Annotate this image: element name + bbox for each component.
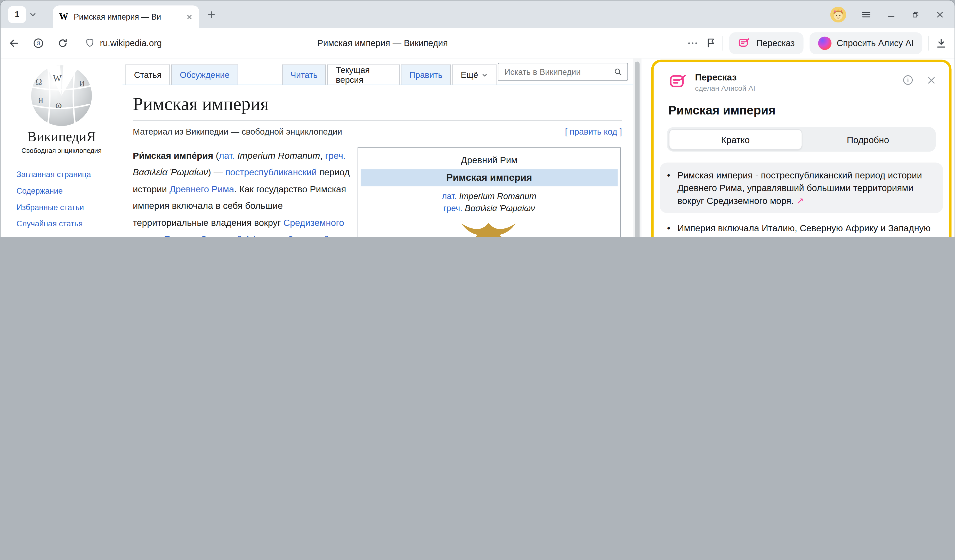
yandex-icon[interactable]: Я xyxy=(32,37,44,49)
retell-icon xyxy=(738,37,751,50)
svg-text:Ω: Ω xyxy=(36,77,42,86)
browser-window: 1 W Римская империя — Ви xyxy=(0,0,955,237)
summary-bullet: •Римская империя - постреспубликанский п… xyxy=(660,162,943,213)
more-icon[interactable] xyxy=(687,37,699,49)
infobox-header[interactable]: Древний Рим xyxy=(361,151,618,169)
article-link[interactable]: греч. xyxy=(325,150,346,161)
retell-button-label: Пересказ xyxy=(756,38,795,48)
sidebar-link[interactable]: Заглавная страница xyxy=(17,170,106,180)
page-title: Римская империя — Википедия xyxy=(276,38,489,48)
info-icon[interactable] xyxy=(902,74,914,86)
svg-text:И: И xyxy=(79,79,85,88)
svg-text:W: W xyxy=(53,73,62,84)
article-text xyxy=(235,150,237,161)
tab-title: Римская империя — Ви xyxy=(74,12,186,21)
page-content: Ω W И ω Я ВикипедиЯ Свободная энциклопед… xyxy=(0,59,955,237)
bookmark-icon[interactable] xyxy=(705,37,717,49)
lead-paragraph: Ри́мская импе́рия (лат. Imperium Romanum… xyxy=(133,147,351,237)
tab-detailed[interactable]: Подробно xyxy=(802,129,934,150)
bullet-marker: • xyxy=(667,168,678,207)
wikipedia-sidebar: Ω W И ω Я ВикипедиЯ Свободная энциклопед… xyxy=(0,59,122,237)
tab-brief[interactable]: Кратко xyxy=(669,129,802,150)
ask-alice-button[interactable]: Спросить Алису AI xyxy=(809,32,922,54)
retell-button[interactable]: Пересказ xyxy=(730,32,803,54)
infobox-title: Римская империя xyxy=(361,169,618,186)
bullet-text: Римская империя - постреспубликанский пе… xyxy=(678,168,936,207)
url-text[interactable]: ru.wikipedia.org xyxy=(100,38,162,48)
retell-panel-icon xyxy=(668,72,688,92)
toolbar-separator xyxy=(928,36,929,50)
back-icon[interactable] xyxy=(8,37,20,49)
article-link[interactable]: Европе xyxy=(164,234,195,237)
sidebar-main-links: Заглавная страницаСодержаниеИзбранные ст… xyxy=(0,170,122,237)
bullet-marker: • xyxy=(667,222,678,237)
tab-current-version[interactable]: Текущая версия xyxy=(327,64,399,84)
wikipedia-search-input[interactable] xyxy=(503,67,614,77)
tab-article[interactable]: Статья xyxy=(125,64,170,84)
sidebar-link[interactable]: Текущие события xyxy=(17,236,106,237)
sidebar-link[interactable]: Избранные статьи xyxy=(17,203,106,212)
article-text: в xyxy=(154,234,164,237)
latin-label-link[interactable]: лат. xyxy=(442,191,457,201)
article-link[interactable]: лат. xyxy=(219,150,235,161)
download-icon[interactable] xyxy=(935,37,947,49)
article-link[interactable]: Северной Африке xyxy=(200,234,277,237)
article-link[interactable]: постреспубликанский xyxy=(225,167,317,177)
new-tab-button[interactable] xyxy=(207,9,216,19)
tab-close-icon[interactable] xyxy=(186,13,193,20)
scrollbar-thumb[interactable] xyxy=(635,62,640,237)
wikipedia-logo[interactable]: Ω W И ω Я ВикипедиЯ Свободная энциклопед… xyxy=(0,61,122,154)
greek-name: Βασιλεία Ῥωμαίων xyxy=(465,203,535,213)
article-title: Римская империя xyxy=(133,94,622,121)
svg-text:ω: ω xyxy=(55,99,62,110)
menu-icon[interactable] xyxy=(861,9,872,20)
tab-talk[interactable]: Обсуждение xyxy=(171,64,238,84)
wikipedia-search-box[interactable] xyxy=(498,62,628,81)
panel-title: Пересказ xyxy=(695,72,755,82)
close-panel-icon[interactable] xyxy=(926,75,937,86)
summary-bullet-list: •Римская империя - постреспубликанский п… xyxy=(667,162,936,237)
wikipedia-wordmark: ВикипедиЯ xyxy=(0,129,122,145)
page-scrollbar[interactable] xyxy=(633,59,641,237)
wikipedia-article: Статья Обсуждение Читать Текущая версия … xyxy=(122,59,633,237)
article-text: , xyxy=(320,150,325,161)
active-browser-tab[interactable]: W Римская империя — Ви xyxy=(53,5,199,28)
sidebar-link[interactable]: Содержание xyxy=(17,186,106,196)
alice-icon xyxy=(818,36,831,50)
infobox: Древний Рим Римская империя лат. Imperiu… xyxy=(357,147,621,237)
minimize-button[interactable] xyxy=(886,9,896,19)
article-text: Ри́мская импе́рия xyxy=(133,150,213,161)
reload-icon[interactable] xyxy=(57,37,69,49)
article-link[interactable]: Древнего Рима xyxy=(169,184,234,194)
toolbar-separator xyxy=(723,36,723,50)
tab-more[interactable]: Ещё xyxy=(452,64,496,84)
close-window-button[interactable] xyxy=(935,9,945,19)
maximize-button[interactable] xyxy=(911,9,921,19)
svg-text:Я: Я xyxy=(37,41,40,46)
summary-heading: Римская империя xyxy=(668,103,935,117)
tab-counter-button[interactable]: 1 xyxy=(8,6,26,23)
article-subtitle: Материал из Википедии — свободной энцикл… xyxy=(133,126,342,136)
ask-alice-label: Спросить Алису AI xyxy=(837,38,914,48)
shield-icon[interactable] xyxy=(85,37,95,48)
article-text: Βασιλεία Ῥωμαίων xyxy=(133,167,208,177)
greek-label-link[interactable]: греч. xyxy=(443,203,463,213)
search-icon[interactable] xyxy=(614,67,623,77)
tab-edit[interactable]: Править xyxy=(401,64,451,84)
tab-read[interactable]: Читать xyxy=(282,64,326,84)
source-link-arrow-icon[interactable]: ↗ xyxy=(796,195,804,206)
url-area[interactable]: ru.wikipedia.org xyxy=(85,37,162,48)
tab-list-chevron-icon[interactable] xyxy=(29,10,37,19)
wikipedia-tagline: Свободная энциклопедия xyxy=(0,147,122,154)
latin-name: Imperium Romanum xyxy=(459,191,536,201)
edit-source-link[interactable]: [ править код ] xyxy=(565,126,622,136)
svg-text:Я: Я xyxy=(38,96,43,105)
address-toolbar: Я ru.wikipedia.org Римская империя — Вик… xyxy=(0,28,955,59)
tab-strip: 1 W Римская империя — Ви xyxy=(0,0,955,28)
article-text: и xyxy=(278,234,288,237)
article-text: ( xyxy=(213,150,219,161)
vexillum-image[interactable]: SPQR xyxy=(453,220,526,237)
summary-bullet: •Империя включала Италию, Северную Африк… xyxy=(667,222,936,237)
avatar[interactable] xyxy=(830,6,846,22)
sidebar-link[interactable]: Случайная статья xyxy=(17,219,106,229)
